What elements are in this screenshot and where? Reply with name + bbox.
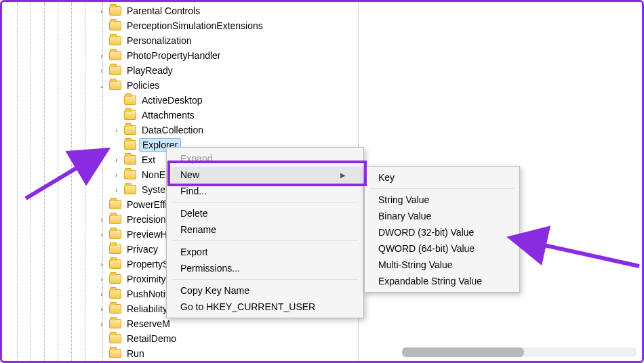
folder-icon [124,155,136,165]
tree-item-label: Personalization [124,35,195,47]
tree-item-photopropertyhandler[interactable]: ›PhotoPropertyHandler [97,48,355,63]
folder-icon [124,110,136,120]
horizontal-scrollbar[interactable] [402,347,637,357]
tree-item-label: Policies [124,79,162,91]
chevron-right-icon[interactable]: › [97,319,106,328]
tree-item-label: DataCollection [139,124,206,136]
tree-item-label: Ext [139,154,158,166]
tree-item-label: PlayReady [124,64,176,77]
tree-item-label: Attachments [139,109,197,121]
submenu-key[interactable]: Key [365,169,519,186]
tree-item-label: PowerEffi [124,198,170,211]
folder-icon [124,125,136,135]
chevron-right-icon[interactable]: › [112,155,121,165]
folder-icon [109,274,121,284]
folder-icon [109,319,121,328]
tree-item-label: ActiveDesktop [139,94,205,106]
folder-icon [109,81,121,90]
tree-item-label: Proximity [124,273,169,285]
folder-icon [109,6,121,16]
chevron-right-icon[interactable]: › [112,125,121,135]
chevron-right-icon[interactable]: › [97,230,106,239]
chevron-right-icon: ▶ [340,171,346,179]
tree-item-activedesktop[interactable]: ActiveDesktop [97,93,355,108]
tree-item-datacollection[interactable]: ›DataCollection [97,123,355,137]
submenu-dword[interactable]: DWORD (32-bit) Value [365,224,519,240]
folder-icon [109,230,121,239]
menu-expand: Expand [167,150,363,167]
scrollbar-thumb[interactable] [402,347,524,357]
tree-item-label: ReserveM [124,318,173,330]
tree-item-retaildemo[interactable]: RetailDemo [97,331,355,346]
submenu-expandable-string[interactable]: Expandable String Value [365,273,519,289]
chevron-right-icon[interactable]: › [97,274,106,284]
tree-item-label: PhotoPropertyHandler [124,49,224,62]
folder-icon [109,51,121,60]
chevron-right-icon[interactable]: › [97,51,106,60]
chevron-right-icon[interactable]: › [97,304,106,314]
tree-item-reservem[interactable]: ›ReserveM [97,316,355,331]
tree-item-perceptionsimulationextensions[interactable]: PerceptionSimulationExtensions [97,18,355,33]
chevron-right-icon[interactable]: › [97,66,106,75]
folder-icon [109,349,121,358]
submenu-binary[interactable]: Binary Value [365,208,519,224]
menu-separator [172,202,358,202]
chevron-right-icon[interactable]: › [112,170,121,179]
submenu-multi-string[interactable]: Multi-String Value [365,257,519,273]
tree-item-label: PreviewH [124,228,170,240]
tree-item-personalization[interactable]: Personalization [97,33,355,48]
folder-icon [109,244,121,254]
menu-permissions[interactable]: Permissions... [167,260,363,276]
chevron-down-icon[interactable]: ⌄ [97,81,106,90]
folder-icon [109,259,121,269]
new-submenu[interactable]: Key String Value Binary Value DWORD (32-… [364,166,520,293]
tree-item-attachments[interactable]: Attachments [97,108,355,123]
menu-new[interactable]: New ▶ [167,167,363,183]
menu-go-to[interactable]: Go to HKEY_CURRENT_USER [167,299,363,315]
tree-item-policies[interactable]: ⌄Policies [97,78,355,93]
folder-icon [109,289,121,299]
tree-item-playready[interactable]: ›PlayReady [97,63,355,78]
tree-item-label: Parental Controls [124,5,203,17]
tree-item-label: PropertyS [124,258,172,270]
tree-item-label: PerceptionSimulationExtensions [124,20,266,32]
folder-icon [124,140,136,150]
folder-icon [109,66,121,75]
tree-item-label: Privacy [124,243,161,255]
tree-item-label: PushNotif [124,288,171,300]
folder-icon [109,21,121,30]
menu-copy-key-name[interactable]: Copy Key Name [167,282,363,299]
folder-icon [109,36,121,45]
chevron-right-icon[interactable]: › [97,259,106,269]
menu-separator [370,188,514,189]
submenu-string[interactable]: String Value [365,192,519,208]
chevron-right-icon[interactable]: › [97,289,106,299]
folder-icon [109,200,121,209]
submenu-qword[interactable]: QWORD (64-bit) Value [365,240,519,257]
menu-separator [172,279,358,280]
context-menu[interactable]: Expand New ▶ Find... Delete Rename Expor… [166,147,364,318]
menu-export[interactable]: Export [167,244,363,260]
folder-icon [124,95,136,105]
folder-icon [109,215,121,224]
tree-item-run[interactable]: Run [97,346,355,361]
tree-item-label: RetailDemo [124,333,179,345]
tree-item-parental-controls[interactable]: ›Parental Controls [97,3,355,18]
chevron-right-icon[interactable]: › [97,6,106,16]
folder-icon [109,304,121,314]
chevron-right-icon[interactable]: › [97,215,106,224]
folder-icon [124,185,136,194]
tree-item-label: Run [124,347,147,360]
svg-line-0 [26,150,107,198]
tree-item-label: Reliability [124,303,170,315]
menu-find[interactable]: Find... [167,183,363,199]
menu-rename[interactable]: Rename [167,221,363,238]
menu-delete[interactable]: Delete [167,205,363,221]
folder-icon [109,334,121,343]
chevron-right-icon[interactable]: › [112,185,121,194]
menu-separator [172,240,358,241]
folder-icon [124,170,136,179]
